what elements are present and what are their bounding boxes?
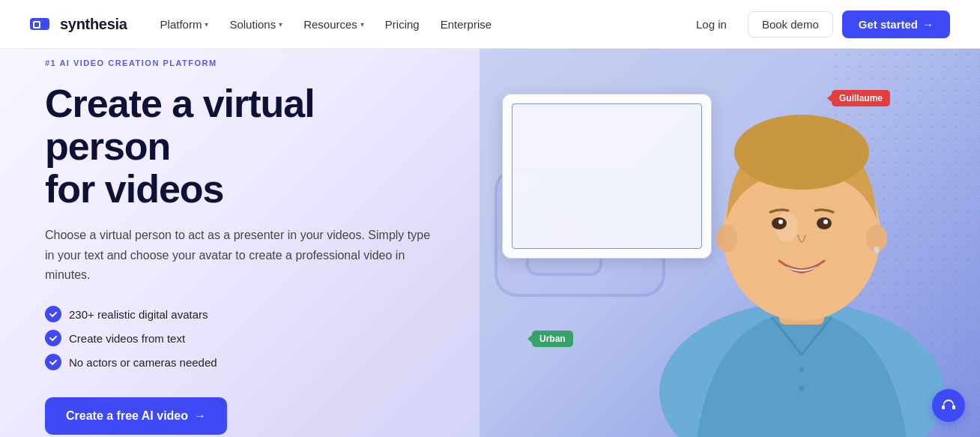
check-icon-2 [45,330,61,346]
check-icon-3 [45,354,61,370]
platform-chevron-icon: ▾ [205,20,208,28]
nav-platform[interactable]: Platform ▾ [151,12,218,37]
svg-point-19 [874,247,880,253]
svg-rect-21 [952,406,955,409]
book-demo-button[interactable]: Book demo [748,11,833,37]
solutions-chevron-icon: ▾ [279,20,282,28]
feature-item-1: 230+ realistic digital avatars [45,306,450,322]
feature-item-2: Create videos from text [45,330,450,346]
guillaume-tag: Guillaume [832,90,890,106]
resources-chevron-icon: ▾ [360,20,364,28]
hero-section: #1 AI VIDEO CREATION PLATFORM Create a v… [0,49,980,437]
timeline-ui-card [502,94,712,259]
features-list: 230+ realistic digital avatars Create vi… [45,306,450,370]
brand-name: synthesia [60,16,127,33]
svg-point-11 [734,115,869,190]
check-icon-1 [45,306,61,322]
svg-point-7 [799,367,804,372]
hero-right: Guillaume Urban [480,49,980,437]
timeline-inner [512,103,702,249]
feature-item-3: No actors or cameras needed [45,354,450,370]
headset-icon [940,397,957,414]
hero-badge: #1 AI VIDEO CREATION PLATFORM [45,58,450,67]
hero-subtitle: Choose a virtual person to act as a pres… [45,226,435,285]
nav-links: Platform ▾ Solutions ▾ Resources ▾ Prici… [151,12,684,37]
headset-support-button[interactable] [932,389,965,422]
svg-point-16 [823,220,828,224]
hero-title: Create a virtual person for videos [45,82,450,211]
svg-rect-2 [34,22,39,27]
nav-solutions[interactable]: Solutions ▾ [220,12,291,37]
nav-pricing[interactable]: Pricing [376,12,429,37]
create-free-video-button[interactable]: Create a free AI video → [45,397,227,435]
svg-point-17 [716,225,737,252]
login-button[interactable]: Log in [684,12,739,37]
logo[interactable]: synthesia [30,16,127,33]
svg-rect-20 [943,406,945,409]
hero-left: #1 AI VIDEO CREATION PLATFORM Create a v… [0,49,480,437]
nav-right: Log in Book demo Get started → [684,10,950,38]
nav-enterprise[interactable]: Enterprise [432,12,500,37]
navbar: synthesia Platform ▾ Solutions ▾ Resourc… [0,0,980,49]
get-started-button[interactable]: Get started → [842,10,950,38]
svg-point-15 [778,220,783,224]
svg-point-8 [799,386,804,391]
urban-tag: Urban [532,331,573,347]
nav-resources[interactable]: Resources ▾ [294,12,373,37]
logo-icon [30,16,54,32]
